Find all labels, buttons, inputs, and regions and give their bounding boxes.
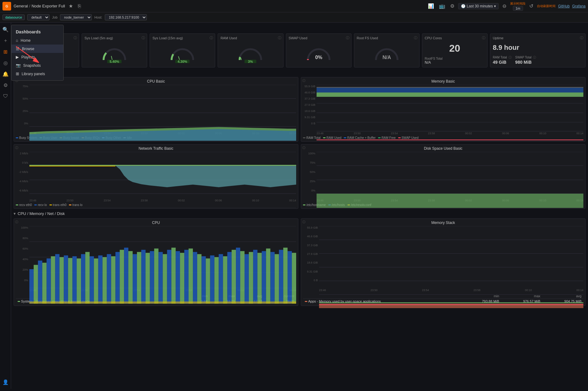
star-button[interactable]: ★ (67, 2, 74, 10)
time-range-selector[interactable]: 🕐 Last 30 minutes ▾ (458, 3, 499, 9)
sys15-title: Sys Load (15m avg) (152, 36, 212, 40)
sidebar-alerts-icon[interactable]: 🔔 (1, 70, 10, 78)
mem-y-373: 37.3 GiB (303, 97, 315, 100)
mem-basic-title: Memory Basic (303, 79, 583, 84)
svg-rect-69 (94, 258, 98, 303)
auto-refresh-label: 自动刷新时间 (537, 4, 556, 8)
swap-total-label: SWAP Total ⓘ (515, 55, 536, 60)
menu-item-browse[interactable]: ☰ Browse (11, 45, 63, 53)
chart-info-icon-net[interactable]: ⓘ (15, 146, 18, 150)
disk-y-100: 100% (303, 152, 315, 155)
svg-rect-61 (59, 257, 64, 303)
share-button[interactable]: ⎘ (77, 2, 82, 10)
refresh-interval-btn[interactable]: 1m (513, 6, 523, 11)
menu-item-playlists[interactable]: ▶ Playlists (11, 53, 63, 61)
mem-stack-title: Memory Stack (303, 221, 583, 225)
menu-item-library[interactable]: ⊞ Library panels (11, 70, 63, 78)
info-icon-sys15[interactable]: ⓘ (210, 36, 213, 40)
breadcrumb-general[interactable]: General (14, 4, 28, 8)
stat-card-sys15: Sys Load (15m avg) ⓘ 4.30% (150, 33, 215, 67)
zoom-out-button[interactable]: ⊖ (501, 2, 508, 10)
sidebar-add-icon[interactable]: ＋ (1, 36, 10, 45)
network-basic-chart: ⓘ Network Traffic Basic 2 Mb/s 0 b/s -2 … (14, 144, 298, 209)
datasource-select[interactable]: default (27, 14, 49, 20)
svg-rect-84 (159, 252, 163, 304)
info-icon-cores[interactable]: ⓘ (482, 36, 485, 40)
info-icon-swap-total[interactable]: ⓘ (533, 56, 536, 59)
disk-y-75: 75% (303, 161, 315, 164)
svg-rect-114 (288, 251, 292, 304)
memory-stack-chart: ⓘ Memory Stack 55.9 GiB 46.6 GiB 37.3 Gi… (301, 218, 586, 306)
sidebar-explore-icon[interactable]: ◎ (1, 58, 10, 67)
cpu-mem-section-header: ▾ CPU / Mem / Net / Disk (14, 70, 586, 75)
info-icon-uptime[interactable]: ⓘ (580, 36, 583, 40)
svg-rect-77 (128, 251, 133, 304)
snapshots-icon: 📷 (16, 63, 21, 68)
svg-rect-99 (223, 256, 227, 303)
info-icon-cpu[interactable]: ⓘ (74, 36, 77, 40)
chart-info-icon-cpu-detail[interactable]: ⓘ (15, 220, 18, 224)
memory-basic-chart: ⓘ Memory Basic 55.9 GiB 46.6 GiB 37.3 Gi… (301, 77, 586, 142)
swap-gauge-svg: 0% (305, 43, 333, 63)
net-y-neg4: -4 Mb/s (16, 180, 28, 183)
chart-info-icon-mem-stack[interactable]: ⓘ (302, 220, 305, 224)
chart-info-icon-mem[interactable]: ⓘ (302, 79, 305, 83)
charts-row-3: ⓘ CPU 100% 80% 60% 40% 20% 0% (14, 218, 586, 306)
disk-basic-title: Disk Space Used Basic (303, 146, 583, 151)
cpu-detail-svg (29, 226, 296, 304)
job-label: Job (52, 15, 58, 19)
mem-y-0: 0 B (303, 122, 315, 125)
disk-basic-svg (317, 152, 583, 208)
info-icon-ram[interactable]: ⓘ (278, 36, 281, 40)
svg-marker-30 (317, 88, 583, 92)
info-icon-swap[interactable]: ⓘ (346, 36, 349, 40)
svg-rect-93 (197, 254, 202, 303)
menu-item-snapshots[interactable]: 📷 Snapshots (11, 61, 63, 70)
sidebar-user-icon[interactable]: 👤 (1, 378, 10, 386)
settings-button[interactable]: ⚙ (449, 2, 456, 10)
svg-rect-73 (111, 256, 115, 303)
svg-rect-66 (81, 254, 85, 303)
svg-rect-60 (55, 254, 60, 303)
mem-row-legend-dot (305, 301, 307, 302)
mem-stack-chart-area: 55.9 GiB 46.6 GiB 37.3 GiB 27.9 GiB 18.6… (303, 226, 583, 288)
tv-button[interactable]: 📺 (438, 2, 446, 10)
ram-gauge-svg: 3% (236, 43, 264, 63)
github-button[interactable]: GitHub (558, 4, 569, 8)
quick-stats-row: CPU Busy ⓘ % Sys Load (5m avg) ⓘ (14, 33, 586, 67)
svg-rect-100 (227, 252, 232, 304)
grafana-button[interactable]: Grafana (572, 4, 586, 8)
collapse-icon-cpu-mem[interactable]: ▾ (14, 211, 16, 216)
info-icon-rootfs[interactable]: ⓘ (414, 36, 417, 40)
svg-text:N/A: N/A (382, 55, 391, 60)
info-icon-ram-total[interactable]: ⓘ (509, 56, 512, 59)
svg-marker-47 (317, 194, 583, 208)
cpu-row-legend-dot (18, 301, 20, 302)
info-icon-sys5[interactable]: ⓘ (142, 36, 145, 40)
job-select[interactable]: node_tserver (60, 14, 92, 20)
svg-rect-94 (202, 256, 206, 303)
svg-rect-103 (240, 251, 245, 304)
menu-item-home[interactable]: ⌂ Home (11, 36, 63, 45)
breadcrumb-dashboard[interactable]: Node Exporter Full (32, 4, 65, 8)
cpu-y-75: 75% (16, 85, 28, 88)
menu-label-home: Home (21, 38, 31, 43)
refresh-icon-button[interactable]: ↺ (528, 2, 535, 10)
host-label: Host: (94, 15, 102, 19)
sidebar-settings-icon[interactable]: ⚙ (1, 81, 10, 89)
svg-rect-58 (47, 258, 51, 303)
chart-icon-button[interactable]: 📊 (427, 2, 435, 10)
sidebar-shield-icon[interactable]: 🛡 (1, 92, 10, 101)
chart-info-icon-disk[interactable]: ⓘ (302, 146, 305, 150)
svg-text:0%: 0% (315, 55, 322, 60)
svg-line-10 (241, 58, 241, 60)
cpu-basic-chart: ⓘ CPU Basic 75% 50% 25% 0% (14, 77, 298, 142)
svg-rect-97 (215, 257, 219, 303)
sidebar-dashboards-icon[interactable]: ⊞ (1, 47, 10, 56)
host-select[interactable]: 192.168.5.217:9100 (105, 14, 147, 20)
playlists-icon: ▶ (16, 55, 19, 59)
svg-rect-56 (38, 260, 42, 303)
svg-rect-68 (90, 256, 94, 303)
ram-total-label-text: RAM Total (493, 56, 507, 59)
sidebar-search-icon[interactable]: 🔍 (1, 25, 10, 34)
